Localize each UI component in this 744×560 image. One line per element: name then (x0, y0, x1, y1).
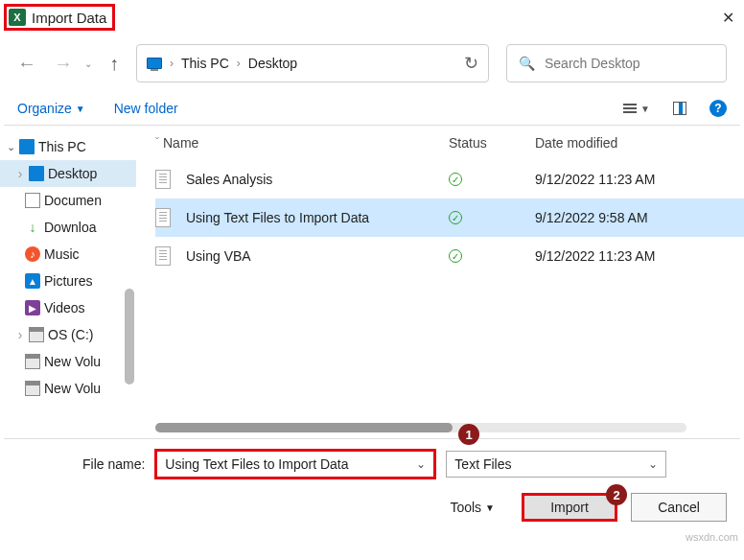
cancel-label: Cancel (658, 500, 700, 515)
help-icon[interactable]: ? (709, 100, 727, 117)
tree-label: Music (44, 246, 80, 262)
tree-label: Pictures (44, 273, 93, 289)
search-icon: 🔍 (519, 56, 535, 71)
window-title: Import Data (32, 10, 106, 26)
file-name: Sales Analysis (186, 172, 272, 187)
tree-label: Videos (44, 300, 85, 315)
excel-icon: X (9, 9, 26, 26)
col-caret-icon: ˇ (155, 136, 159, 150)
up-icon[interactable]: ↑ (109, 53, 119, 75)
annotation-badge-1: 1 (458, 424, 479, 445)
col-name-label: Name (163, 135, 198, 151)
horizontal-scrollbar[interactable] (155, 423, 686, 432)
file-date: 9/12/2022 11:23 AM (535, 172, 688, 187)
tree-desktop[interactable]: Desktop (0, 160, 136, 187)
filetype-filter[interactable]: Text Files ⌄ (446, 451, 666, 478)
column-status[interactable]: Status (449, 135, 535, 151)
tree-label: New Volu (44, 354, 101, 369)
videos-icon: ▶ (25, 300, 40, 315)
file-icon (155, 170, 171, 189)
tree-documents[interactable]: Documen (0, 187, 136, 214)
tree-osc[interactable]: OS (C:) (0, 321, 136, 348)
tree-label: Documen (44, 193, 102, 208)
tree-nv2[interactable]: New Volu (0, 375, 136, 402)
file-row[interactable]: Sales Analysis ✓ 9/12/2022 11:23 AM (155, 160, 744, 198)
filename-value: Using Text Files to Import Data (165, 456, 348, 472)
list-view-icon (623, 104, 637, 113)
search-input[interactable]: 🔍 Search Desktop (506, 44, 727, 82)
chevron-right-icon: › (237, 57, 241, 70)
caret-down-icon: ▼ (76, 104, 85, 114)
new-folder-button[interactable]: New folder (114, 101, 178, 116)
file-date: 9/12/2022 9:58 AM (535, 210, 688, 225)
title-highlight-box: X Import Data (4, 4, 115, 31)
search-placeholder: Search Desktop (545, 56, 640, 71)
tree-label: New Volu (44, 381, 101, 396)
file-row[interactable]: Using VBA ✓ 9/12/2022 11:23 AM (155, 237, 744, 275)
back-icon[interactable]: ← (17, 53, 36, 75)
import-button[interactable]: Import (522, 493, 617, 522)
caret-down-icon (6, 141, 15, 153)
filename-combo[interactable]: Using Text Files to Import Data ⌄ (154, 449, 436, 479)
caret-right-icon (15, 166, 25, 181)
file-icon (155, 246, 171, 266)
view-button[interactable]: ▼ (623, 104, 650, 114)
file-row[interactable]: Using Text Files to Import Data ✓ 9/12/2… (155, 198, 744, 237)
annotation-badge-2: 2 (606, 484, 627, 505)
document-icon (25, 193, 40, 208)
caret-down-icon: ▼ (640, 104, 650, 114)
tools-label: Tools (450, 500, 481, 515)
column-name[interactable]: ˇ Name (155, 135, 449, 151)
tree-nv1[interactable]: New Volu (0, 348, 136, 375)
check-icon: ✓ (449, 173, 462, 186)
tools-button[interactable]: Tools ▼ (450, 500, 495, 515)
chevron-right-icon: › (170, 57, 174, 70)
check-icon: ✓ (449, 211, 462, 224)
download-icon: ↓ (25, 220, 40, 235)
file-list: ˇ Name Status Date modified Sales Analys… (136, 126, 744, 438)
desktop-icon (29, 166, 44, 181)
file-name: Using Text Files to Import Data (186, 210, 369, 225)
drive-icon (25, 381, 40, 396)
tree-label: Desktop (48, 166, 97, 181)
check-icon: ✓ (449, 249, 462, 263)
import-label: Import (550, 500, 589, 515)
cancel-button[interactable]: Cancel (631, 493, 727, 522)
scrollbar-thumb[interactable] (155, 423, 453, 432)
drive-icon (25, 354, 40, 369)
thispc-icon (19, 139, 35, 154)
drive-icon (29, 327, 44, 342)
file-date: 9/12/2022 11:23 AM (535, 248, 688, 264)
address-bar[interactable]: › This PC › Desktop ↻ (136, 44, 489, 82)
tree-music[interactable]: ♪ Music (0, 241, 136, 268)
tree-pictures[interactable]: ▲ Pictures (0, 268, 136, 294)
close-icon[interactable]: ✕ (722, 9, 734, 27)
music-icon: ♪ (25, 246, 40, 262)
filename-label: File name: (82, 456, 145, 472)
tree-thispc[interactable]: This PC (0, 133, 136, 160)
list-header: ˇ Name Status Date modified (155, 126, 744, 160)
refresh-icon[interactable]: ↻ (464, 53, 478, 74)
tree-label: OS (C:) (48, 327, 93, 342)
tree-label: This PC (38, 139, 86, 154)
breadcrumb-thispc[interactable]: This PC (181, 56, 229, 71)
thispc-icon (147, 58, 162, 69)
history-caret-icon[interactable]: ⌄ (84, 58, 92, 69)
tree-videos[interactable]: ▶ Videos (0, 294, 136, 321)
breadcrumb-desktop[interactable]: Desktop (248, 56, 297, 71)
organize-button[interactable]: Organize ▼ (17, 101, 85, 116)
tree-panel: This PC Desktop Documen ↓ Downloa ♪ Musi… (0, 126, 136, 438)
tree-downloads[interactable]: ↓ Downloa (0, 214, 136, 241)
watermark: wsxdn.com (686, 531, 738, 543)
caret-down-icon: ⌄ (416, 457, 426, 471)
preview-pane-icon[interactable] (673, 102, 686, 115)
file-name: Using VBA (186, 248, 251, 264)
caret-right-icon (15, 327, 25, 342)
caret-down-icon: ⌄ (648, 457, 658, 471)
tree-scrollbar[interactable] (125, 289, 134, 385)
organize-label: Organize (17, 101, 72, 116)
filter-value: Text Files (454, 456, 511, 472)
column-date[interactable]: Date modified (535, 135, 688, 151)
forward-icon[interactable]: → (54, 53, 73, 75)
file-icon (155, 208, 171, 227)
